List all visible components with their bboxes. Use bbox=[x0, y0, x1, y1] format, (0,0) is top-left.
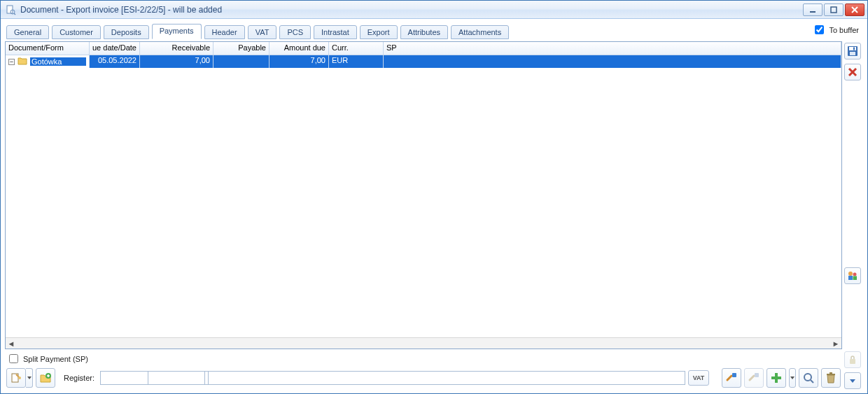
svg-rect-16 bbox=[827, 374, 835, 375]
tab-customer[interactable]: Customer bbox=[52, 25, 101, 39]
col-amount-due[interactable]: Amount due bbox=[270, 42, 329, 55]
col-payable[interactable]: Payable bbox=[214, 42, 270, 55]
users-button[interactable] bbox=[844, 267, 861, 284]
add-button[interactable] bbox=[766, 368, 786, 388]
window-buttons bbox=[803, 3, 864, 16]
svg-rect-0 bbox=[7, 6, 13, 13]
cancel-button[interactable] bbox=[844, 64, 861, 80]
svg-line-15 bbox=[811, 380, 813, 383]
svg-rect-28 bbox=[850, 359, 855, 364]
cell-payable bbox=[214, 55, 270, 68]
col-document-form[interactable]: Document/Form bbox=[6, 42, 90, 55]
tree-expand-icon[interactable]: − bbox=[8, 59, 15, 65]
table-row[interactable]: − Gotówka 05.05.2022 7,00 7,00 EUR bbox=[6, 55, 841, 68]
svg-rect-17 bbox=[830, 372, 832, 374]
horizontal-scrollbar[interactable]: ◄ ► bbox=[6, 337, 841, 349]
tab-intrastat[interactable]: Intrastat bbox=[314, 25, 357, 39]
expand-button[interactable] bbox=[844, 372, 861, 389]
body-area: Document/Form ue date/Date Receivable Pa… bbox=[1, 40, 867, 393]
cell-date: 05.05.2022 bbox=[90, 55, 140, 68]
svg-rect-13 bbox=[771, 377, 781, 379]
link-remove-button bbox=[744, 368, 764, 388]
register-label: Register: bbox=[64, 374, 94, 382]
search-button[interactable] bbox=[799, 368, 818, 388]
scroll-right-icon[interactable]: ► bbox=[830, 339, 841, 349]
svg-point-26 bbox=[853, 273, 857, 276]
cell-receivable: 7,00 bbox=[140, 55, 214, 68]
cell-sp bbox=[384, 55, 841, 68]
tab-attributes[interactable]: Attributes bbox=[400, 25, 448, 39]
to-buffer-checkbox[interactable] bbox=[815, 25, 824, 34]
svg-rect-11 bbox=[755, 373, 759, 377]
svg-rect-19 bbox=[849, 47, 856, 50]
tab-attachments[interactable]: Attachments bbox=[451, 25, 509, 39]
tab-header[interactable]: Header bbox=[204, 25, 245, 39]
split-payment-row: Split Payment (SP) bbox=[5, 349, 842, 367]
document-window: Document - Export invoice [ESI-2/22/5] -… bbox=[0, 0, 868, 394]
to-buffer: To buffer bbox=[812, 23, 862, 39]
to-buffer-label: To buffer bbox=[829, 26, 859, 34]
tabs-row: General Customer Deposits Payments Heade… bbox=[1, 19, 867, 40]
window-title: Document - Export invoice [ESI-2/22/5] -… bbox=[20, 5, 803, 15]
titlebar: Document - Export invoice [ESI-2/22/5] -… bbox=[1, 1, 867, 19]
save-button[interactable] bbox=[844, 43, 861, 59]
register-combo[interactable] bbox=[100, 371, 145, 385]
document-action-button[interactable] bbox=[6, 368, 26, 388]
grid-body: − Gotówka 05.05.2022 7,00 7,00 EUR bbox=[6, 55, 841, 337]
svg-rect-10 bbox=[732, 373, 736, 377]
add-dropdown[interactable] bbox=[789, 368, 796, 388]
minimize-button[interactable] bbox=[803, 3, 822, 16]
lock-button bbox=[844, 351, 861, 368]
main-column: Document/Form ue date/Date Receivable Pa… bbox=[5, 41, 842, 389]
split-payment-label: Split Payment (SP) bbox=[23, 355, 88, 363]
bottom-toolbar: Register: VAT bbox=[5, 367, 842, 389]
col-due-date[interactable]: ue date/Date bbox=[90, 42, 140, 55]
tab-payments[interactable]: Payments bbox=[152, 24, 202, 39]
grid-header: Document/Form ue date/Date Receivable Pa… bbox=[6, 42, 841, 55]
svg-point-8 bbox=[18, 377, 21, 379]
tab-export[interactable]: Export bbox=[360, 25, 398, 39]
col-receivable[interactable]: Receivable bbox=[140, 42, 214, 55]
svg-rect-21 bbox=[853, 48, 855, 50]
vat-button[interactable]: VAT bbox=[688, 370, 709, 386]
tab-vat[interactable]: VAT bbox=[248, 25, 277, 39]
tab-general[interactable]: General bbox=[6, 25, 49, 39]
svg-rect-25 bbox=[848, 276, 853, 280]
svg-point-24 bbox=[848, 272, 853, 276]
svg-rect-20 bbox=[850, 52, 855, 55]
scroll-left-icon[interactable]: ◄ bbox=[6, 339, 17, 349]
svg-rect-27 bbox=[853, 276, 858, 281]
svg-line-2 bbox=[14, 13, 15, 15]
cell-amount-due: 7,00 bbox=[270, 55, 329, 68]
col-sp[interactable]: SP bbox=[384, 42, 841, 55]
svg-point-14 bbox=[804, 374, 811, 381]
register-name-input[interactable] bbox=[208, 371, 685, 385]
register-code-input[interactable] bbox=[148, 371, 205, 385]
close-button[interactable] bbox=[845, 3, 864, 16]
link-add-button[interactable] bbox=[722, 368, 741, 388]
maximize-button[interactable] bbox=[824, 3, 844, 16]
delete-button[interactable] bbox=[821, 368, 841, 388]
document-lookup-icon bbox=[5, 4, 16, 15]
add-folder-button[interactable] bbox=[36, 368, 55, 388]
side-toolbar bbox=[842, 41, 863, 389]
col-currency[interactable]: Curr. bbox=[329, 42, 384, 55]
cell-currency: EUR bbox=[329, 55, 384, 68]
cell-document-form: Gotówka bbox=[30, 57, 86, 66]
tab-deposits[interactable]: Deposits bbox=[104, 25, 149, 39]
folder-icon bbox=[18, 57, 27, 66]
tab-pcs[interactable]: PCS bbox=[279, 25, 311, 39]
split-payment-checkbox[interactable] bbox=[9, 354, 18, 363]
svg-rect-4 bbox=[831, 7, 836, 13]
document-action-dropdown[interactable] bbox=[26, 368, 33, 388]
payments-grid: Document/Form ue date/Date Receivable Pa… bbox=[5, 41, 842, 349]
